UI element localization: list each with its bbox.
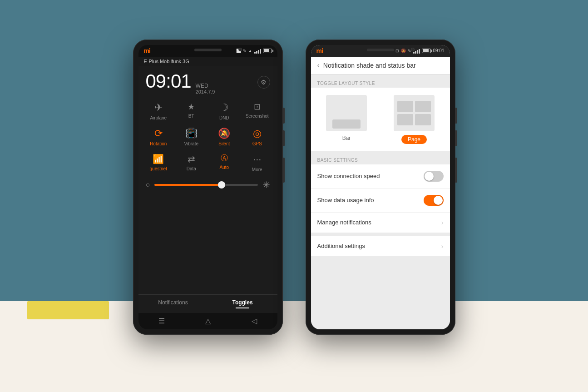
battery-fill-2 — [423, 49, 429, 52]
toggle-wifi[interactable]: 📶 guestnet — [145, 154, 172, 172]
signal-bars-1 — [254, 48, 261, 54]
phone-2: mi ⊡ 🔕 ✎ 09:0 — [306, 40, 455, 335]
toggle-data[interactable]: ⇄ Data — [178, 154, 205, 172]
sb-4 — [419, 49, 420, 54]
toggle-layout-section-label: TOGGLE LAYOUT STYLE — [311, 78, 450, 88]
toggle-row-3: 📶 guestnet ⇄ Data Ⓐ Auto ··· — [142, 150, 274, 176]
power-btn-1[interactable] — [283, 158, 285, 183]
power-btn-2[interactable] — [455, 158, 457, 183]
vol-down-2[interactable] — [455, 130, 457, 146]
vol-down-1[interactable] — [283, 130, 285, 146]
settings-title: Notification shade and status bar — [323, 62, 416, 69]
silent-icon: 🔕 — [218, 128, 230, 139]
phone1-notification-panel: mi ⬜ ✎ ▲ — [138, 45, 277, 329]
toggle-silent[interactable]: 🔕 Silent — [211, 128, 238, 146]
additional-settings-chevron: › — [441, 243, 444, 250]
toggle-layout-options: Bar Page — [311, 88, 450, 151]
connection-speed-toggle[interactable] — [424, 171, 444, 182]
vol-up-1[interactable] — [283, 108, 285, 124]
phones-container: mi ⬜ ✎ ▲ — [133, 40, 455, 335]
home-icon[interactable]: △ — [205, 317, 211, 325]
phone2-settings: mi ⊡ 🔕 ✎ 09:0 — [311, 45, 450, 329]
back-nav-icon[interactable]: ◁ — [252, 317, 257, 325]
brightness-high-icon: ✳ — [262, 179, 270, 190]
gps-icon: ◎ — [253, 128, 262, 139]
manage-notifications-row[interactable]: Manage notifications › — [311, 213, 450, 233]
mi-logo-2: mi — [316, 47, 323, 55]
manage-notifications-chevron: › — [441, 219, 444, 226]
back-button[interactable]: ‹ — [317, 61, 320, 69]
signal-bar-4 — [260, 49, 261, 54]
data-label: Data — [187, 166, 196, 171]
page-label: Page — [401, 135, 427, 144]
more-label: More — [252, 167, 262, 172]
additional-settings-row[interactable]: Additional settings › — [311, 236, 450, 256]
signal-bars-2 — [413, 48, 420, 54]
connection-speed-row[interactable]: Show connection speed — [311, 164, 450, 189]
signal-bar-2 — [256, 51, 257, 54]
menu-icon[interactable]: ☰ — [158, 317, 165, 325]
date-1: 2014.7.9 — [196, 89, 215, 94]
basic-settings-group: Show connection speed Show data usage in… — [311, 164, 450, 233]
airplane-label: Airplane — [150, 115, 167, 120]
airplane-icon: ✈ — [154, 102, 163, 114]
slider-fill — [154, 184, 222, 186]
phone-1: mi ⬜ ✎ ▲ — [133, 40, 283, 335]
day-1: WED — [196, 83, 215, 89]
tab-notifications-indicator — [143, 308, 203, 308]
data-usage-toggle[interactable] — [424, 195, 444, 206]
vibrate-label: Vibrate — [184, 141, 198, 146]
bar-label: Bar — [342, 135, 351, 141]
toggle-airplane[interactable]: ✈ Airplane — [145, 102, 172, 120]
brightness-low-icon: ○ — [146, 181, 150, 189]
tab-toggles[interactable]: Toggles — [208, 295, 277, 313]
layout-option-page[interactable]: Page — [384, 95, 445, 144]
screenshot-icon-2: ⊡ — [395, 49, 399, 53]
signal-bar-3 — [258, 50, 259, 54]
time-2: 09:01 — [433, 48, 444, 53]
settings-gear-1[interactable]: ⚙ — [257, 76, 270, 89]
sb-3 — [417, 50, 418, 54]
bt-label: BT — [188, 114, 194, 119]
data-usage-row[interactable]: Show data usage info — [311, 189, 450, 213]
date-info-1: WED 2014.7.9 — [196, 83, 215, 94]
rotation-label: Rotation — [150, 141, 167, 146]
time-display-1: 09:01 WED 2014.7.9 — [146, 70, 215, 94]
slider-thumb[interactable] — [218, 181, 225, 189]
toggle-auto[interactable]: Ⓐ Auto — [211, 154, 238, 172]
time-section-1: 09:01 WED 2014.7.9 ⚙ — [138, 66, 277, 98]
battery-icon-1 — [263, 49, 272, 53]
toggle-dnd[interactable]: ☽ DND — [211, 102, 238, 120]
wifi-toggle-icon: 📶 — [153, 154, 164, 164]
page-grid-3 — [397, 114, 413, 125]
bottom-tabs: Notifications Toggles — [138, 294, 277, 313]
toggle-gps[interactable]: ◎ GPS — [243, 128, 271, 146]
toggle-bt[interactable]: ★ BT — [178, 102, 205, 120]
silent-label: Silent — [218, 141, 230, 146]
phone-1-screen: mi ⬜ ✎ ▲ — [138, 45, 277, 329]
auto-label: Auto — [219, 165, 229, 170]
clock-time-1: 09:01 — [146, 70, 191, 92]
brightness-slider[interactable] — [154, 184, 257, 186]
screenshot-label: Screenshot — [246, 114, 269, 119]
yellow-book — [27, 301, 109, 319]
toggle-more[interactable]: ··· More — [243, 154, 271, 172]
toggle-rotation[interactable]: ⟳ Rotation — [145, 128, 172, 146]
network-info-1: E-Plus Mobilfunk 3G — [138, 57, 277, 66]
bar-preview — [326, 95, 367, 131]
camera-2 — [411, 48, 415, 51]
basic-settings-label: BASIC SETTINGS — [311, 155, 450, 164]
dnd-label: DND — [219, 115, 229, 120]
sb-1 — [413, 52, 415, 54]
brightness-row: ○ ✳ — [138, 176, 277, 194]
page-grid-4 — [415, 114, 431, 125]
vol-up-2[interactable] — [455, 108, 457, 124]
nav-bar-1: ☰ △ ◁ — [138, 313, 277, 329]
toggle-screenshot[interactable]: ⊡ Screenshot — [243, 102, 271, 120]
connection-speed-knob — [425, 172, 434, 181]
toggle-vibrate[interactable]: 📳 Vibrate — [178, 128, 205, 146]
gps-label: GPS — [252, 141, 262, 146]
data-usage-label: Show data usage info — [317, 197, 374, 203]
layout-option-bar[interactable]: Bar — [316, 95, 377, 144]
tab-notifications[interactable]: Notifications — [138, 295, 208, 313]
